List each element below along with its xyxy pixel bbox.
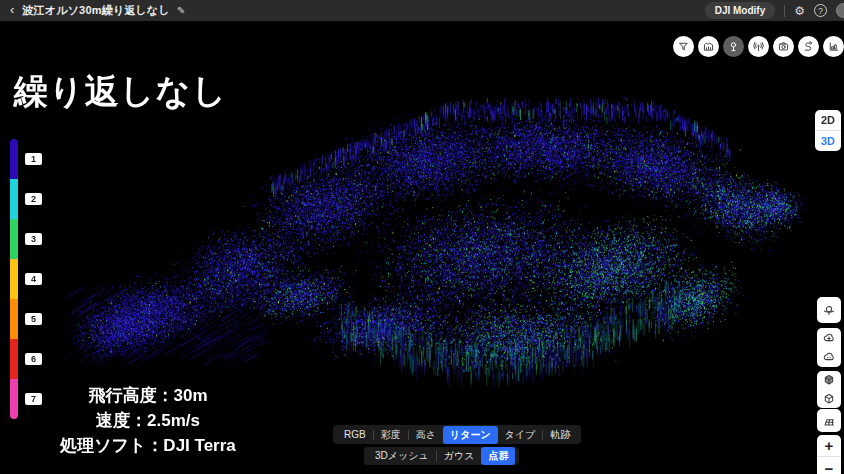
toggle-3d[interactable]: 3D (815, 131, 841, 151)
cube-outline-icon[interactable] (822, 390, 836, 408)
zoom-control: + − (817, 435, 841, 474)
app-window: ‹ 波江オルソ30m繰り返しなし ✎ DJI Modify ⚙ ? 繰り返しなし (0, 0, 844, 474)
layer-gauss[interactable]: ガウス (437, 447, 482, 465)
toggle-2d[interactable]: 2D (815, 110, 841, 131)
mode-return[interactable]: リターン (443, 426, 498, 444)
scale-label-2: 2 (25, 193, 42, 205)
rtk-antenna-icon[interactable] (748, 36, 769, 57)
viewer-toolbar (673, 36, 844, 57)
scale-segment-2 (10, 179, 18, 219)
filter-icon[interactable] (673, 36, 694, 57)
scale-segment-7 (10, 379, 18, 419)
point-cloud-icon[interactable] (822, 348, 836, 366)
location-pin-icon[interactable] (723, 36, 744, 57)
scale-segment-1 (10, 139, 18, 179)
return-color-scale: 1 2 3 4 5 6 7 (10, 139, 18, 419)
flight-speed-text: 速度：2.5m/s (28, 408, 268, 433)
back-chevron-icon[interactable]: ‹ (0, 3, 22, 18)
dji-modify-button[interactable]: DJI Modify (705, 2, 776, 19)
scale-segment-4 (10, 259, 18, 299)
titlebar-divider (784, 5, 785, 17)
rail-orbit-box (817, 297, 841, 323)
layer-mode-bar: 3Dメッシュ ガウス 点群 (364, 447, 519, 465)
zoom-in-button[interactable]: + (817, 435, 841, 457)
mode-height[interactable]: 高さ (409, 426, 443, 444)
scale-label-6: 6 (25, 353, 42, 365)
cube-solid-icon[interactable] (822, 371, 836, 389)
scale-label-1: 1 (25, 153, 42, 165)
rail-grid-box (817, 409, 841, 432)
stats-ruler-icon[interactable] (823, 36, 844, 57)
scale-label-5: 5 (25, 313, 42, 325)
orbit-view-icon[interactable] (822, 301, 836, 319)
help-icon[interactable]: ? (814, 4, 827, 17)
mesh-grid-icon[interactable] (822, 412, 836, 430)
layer-3dmesh[interactable]: 3Dメッシュ (368, 447, 436, 465)
color-scale-bar (10, 139, 18, 419)
scale-label-3: 3 (25, 233, 42, 245)
route-icon[interactable] (798, 36, 819, 57)
avatar[interactable] (836, 3, 844, 18)
mode-trajectory[interactable]: 軌跡 (543, 426, 577, 444)
flag-chart-icon[interactable] (698, 36, 719, 57)
scale-segment-5 (10, 299, 18, 339)
mode-rgb[interactable]: RGB (337, 427, 373, 442)
view-dimension-toggle: 2D 3D (815, 110, 841, 151)
processing-software-text: 処理ソフト：DJI Terra (28, 433, 268, 458)
camera-icon[interactable] (773, 36, 794, 57)
layer-pointcloud[interactable]: 点群 (481, 447, 515, 465)
zoom-out-button[interactable]: − (817, 458, 841, 474)
flight-altitude-text: 飛行高度：30m (28, 383, 268, 408)
mode-saturation[interactable]: 彩度 (374, 426, 408, 444)
viewport-3d: 繰り返しなし 1 2 3 4 5 6 7 飛行高度：30m 速度：2.5m/s (0, 21, 844, 474)
scale-segment-6 (10, 339, 18, 379)
mode-type[interactable]: タイプ (498, 426, 543, 444)
cloud-process-icon[interactable] (822, 329, 836, 347)
project-title: 波江オルソ30m繰り返しなし (22, 3, 170, 18)
display-mode-bar: RGB 彩度 高さ リターン タイプ 軌跡 (333, 425, 581, 444)
scale-segment-3 (10, 219, 18, 259)
rail-cube-box (817, 371, 841, 408)
titlebar: ‹ 波江オルソ30m繰り返しなし ✎ DJI Modify ⚙ ? (0, 0, 844, 21)
scale-label-4: 4 (25, 273, 42, 285)
edit-title-icon[interactable]: ✎ (177, 5, 185, 16)
flight-info: 飛行高度：30m 速度：2.5m/s 処理ソフト：DJI Terra (28, 383, 268, 458)
scene-heading: 繰り返しなし (14, 69, 227, 115)
rail-cloud-box (817, 328, 841, 367)
settings-gear-icon[interactable]: ⚙ (794, 5, 805, 17)
